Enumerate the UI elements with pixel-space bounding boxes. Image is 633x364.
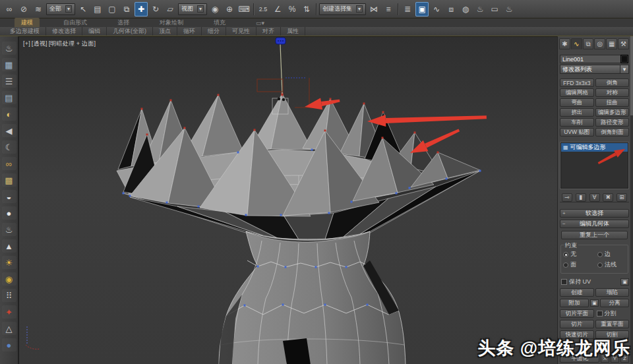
spinner-snap-icon[interactable]: ⇅ (300, 2, 313, 16)
modifier-button-9[interactable]: 路径变形 (595, 118, 630, 127)
preserve-uv-checkbox[interactable]: 保持 UV (560, 278, 619, 286)
panel-loops[interactable]: 循环 (177, 27, 202, 36)
modifier-button-6[interactable]: 挤出 (560, 108, 594, 117)
use-pivot-point-center-icon[interactable]: ◉ (208, 2, 222, 16)
object-color-swatch[interactable] (620, 55, 628, 63)
constraint-face-radio[interactable]: 面 (563, 260, 597, 269)
perspective-viewport[interactable]: [+][透视][明暗处理 + 边面] (18, 36, 557, 364)
constraint-none-radio[interactable]: 无 (563, 250, 597, 258)
ribbon-tab-populate[interactable]: 填充 (207, 18, 232, 28)
rollout-edit-geometry[interactable]: − 编辑几何体 (560, 220, 629, 228)
panel-edit[interactable]: 编辑 (82, 27, 107, 36)
ribbon-tab-freeform[interactable]: 自由形式 (57, 18, 94, 28)
tab-hierarchy[interactable]: ⧉ (583, 38, 594, 49)
sphere-icon[interactable]: ● (2, 206, 16, 220)
unlink-selection-icon[interactable]: ⊘ (17, 2, 30, 16)
select-and-move-icon[interactable]: ✚ (135, 2, 148, 16)
attach-list-button[interactable]: ▣ (590, 299, 599, 307)
layer-manager-icon[interactable]: ≣ (401, 2, 414, 16)
modifier-button-11[interactable]: 倒角剖面 (595, 128, 630, 136)
teapot-render-icon[interactable]: ♨ (2, 42, 16, 55)
checker-pattern-icon[interactable]: ▩ (2, 173, 16, 187)
list-panel-icon[interactable]: ☰ (2, 75, 16, 88)
angle-snap-icon[interactable]: ∠ (271, 2, 284, 16)
tab-motion[interactable]: ◎ (594, 38, 605, 49)
modifier-button-8[interactable]: 车削 (560, 118, 594, 127)
create-button[interactable]: 创建 (560, 288, 594, 297)
constraint-edge-radio[interactable]: 边 (597, 250, 632, 258)
mirror-icon[interactable]: ⋈ (367, 2, 380, 16)
preserve-uv-settings-button[interactable]: ▣ (620, 278, 629, 286)
modifier-button-2[interactable]: 编辑网格 (560, 88, 594, 97)
pyramid-icon[interactable]: △ (2, 322, 16, 335)
panel-align[interactable]: 对齐 (256, 27, 281, 36)
command-panel-scrollbar[interactable] (630, 36, 633, 364)
spreadsheet-icon[interactable]: ▤ (2, 91, 16, 104)
modifier-button-4[interactable]: 弯曲 (560, 98, 594, 107)
remove-modifier-icon[interactable]: ✖ (603, 193, 613, 202)
slice-button[interactable]: 切片 (560, 320, 594, 328)
panel-polygon-modeling[interactable]: 多边形建模 (4, 27, 46, 36)
snap-toggle-2-5-icon[interactable]: 2.5 (256, 2, 270, 16)
select-by-name-icon[interactable]: ▤ (91, 2, 104, 16)
rollout-soft-selection[interactable]: + 软选择 (560, 209, 629, 218)
detach-button[interactable]: 分离 (600, 299, 629, 307)
modifier-stack[interactable]: ▦ 可编辑多边形 (560, 142, 629, 189)
viewport-menu-view[interactable]: [透视] (32, 40, 47, 47)
rectangular-selection-region-icon[interactable]: ▢ (106, 2, 119, 16)
coin-icon[interactable]: ◉ (2, 272, 16, 286)
ribbon-menu-icon[interactable]: ▭▾ (249, 19, 271, 27)
configure-modifier-sets-icon[interactable]: ⊞ (617, 193, 627, 202)
curve-editor-icon[interactable]: ∿ (430, 2, 443, 16)
ribbon-tab-modeling[interactable]: 建模 (15, 18, 40, 28)
panel-subdivision[interactable]: 细分 (202, 27, 226, 36)
select-and-manipulate-icon[interactable]: ⊕ (223, 2, 236, 16)
tab-modify[interactable]: ∿ (571, 38, 582, 49)
tab-create[interactable]: ✱ (559, 38, 570, 49)
make-unique-icon[interactable]: ∀ (589, 193, 600, 202)
reference-coordinate-system-dropdown[interactable]: 视图▾ (178, 3, 207, 15)
ribbon-tab-object-paint[interactable]: 对象绘制 (153, 18, 190, 28)
panel-visibility[interactable]: 可见性 (226, 27, 256, 36)
modifier-button-10[interactable]: UVW 贴图 (560, 128, 594, 136)
split-checkbox[interactable]: 分割 (595, 309, 630, 318)
slice-plane-button[interactable]: 切片平面 (560, 309, 594, 318)
goggles-icon[interactable]: ∞ (2, 157, 16, 170)
graphite-ribbon-toggle-icon[interactable]: ▣ (415, 2, 429, 16)
select-and-scale-icon[interactable]: ▱ (164, 2, 177, 16)
cone-icon[interactable]: ▲ (2, 239, 16, 253)
bind-to-space-warp-icon[interactable]: ≋ (32, 2, 45, 16)
material-editor-icon[interactable]: ◍ (459, 2, 472, 16)
modifier-button-5[interactable]: 扭曲 (595, 98, 630, 107)
viewport-menu-plus[interactable]: [+] (23, 40, 30, 47)
repeat-last-button[interactable]: 重复上一个 (561, 231, 628, 239)
panel-vertex[interactable]: 顶点 (153, 27, 177, 36)
lightbulb-icon[interactable]: ◐ (2, 107, 16, 121)
tab-display[interactable]: ▦ (606, 38, 617, 49)
tab-utilities[interactable]: ⚒ (618, 38, 629, 49)
viewport-menu-shading[interactable]: [明暗处理 + 边面] (49, 40, 96, 47)
rendered-frame-window-icon[interactable]: ▭ (488, 2, 501, 16)
percent-snap-icon[interactable]: % (286, 2, 299, 16)
dome-icon[interactable]: ◒ (2, 190, 16, 203)
panel-modify-selection[interactable]: 修改选择 (46, 27, 82, 36)
attach-button[interactable]: 附加 (560, 299, 589, 307)
earth-icon[interactable]: ● (2, 338, 16, 351)
ribbon-tab-selection[interactable]: 选择 (111, 18, 136, 28)
constraint-normal-radio[interactable]: 法线 (597, 260, 632, 269)
select-and-rotate-icon[interactable]: ↻ (149, 2, 162, 16)
align-icon[interactable]: ≡ (382, 2, 395, 16)
show-end-result-icon[interactable]: ▮ (576, 193, 586, 202)
keyboard-shortcut-override-icon[interactable]: ⌨ (237, 2, 251, 16)
teapot-icon[interactable]: ♨ (2, 223, 16, 236)
render-setup-icon[interactable]: ♨ (473, 2, 487, 16)
modifier-button-1[interactable]: 倒角 (595, 78, 630, 87)
panel-geometry-all[interactable]: 几何体(全部) (107, 27, 153, 36)
named-selection-set-dropdown[interactable]: 创建选择集▾ (319, 3, 366, 15)
panel-properties[interactable]: 属性 (281, 27, 305, 36)
modifier-button-7[interactable]: 编辑多边形 (595, 108, 630, 117)
sun-icon[interactable]: ☀ (2, 256, 16, 269)
select-and-link-icon[interactable]: ∞ (3, 2, 16, 16)
dot-array-icon[interactable]: ⠿ (2, 289, 16, 302)
speaker-icon[interactable]: ◀ (2, 124, 16, 137)
